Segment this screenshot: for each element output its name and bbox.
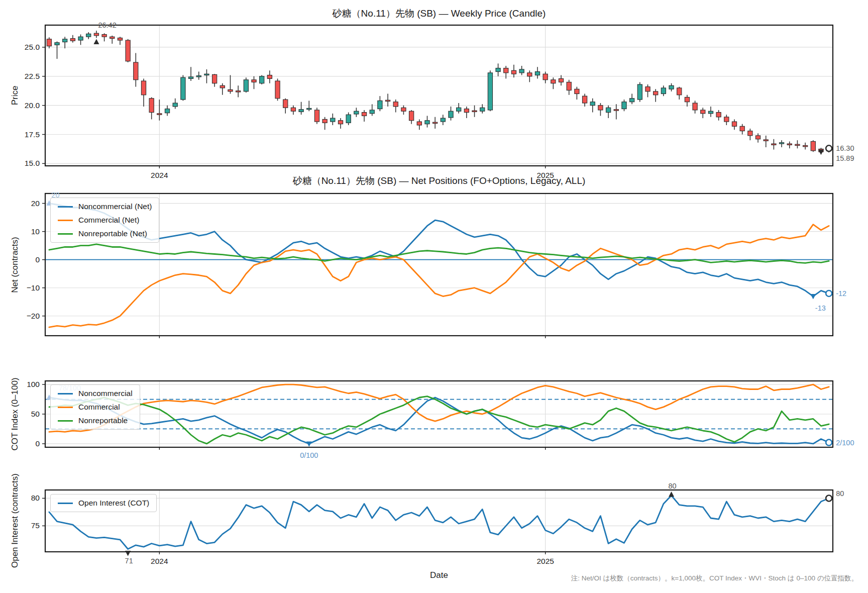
legend-label: Open Interest (COT): [78, 499, 149, 508]
svg-text:25.0: 25.0: [25, 43, 40, 51]
svg-text:0: 0: [35, 439, 40, 448]
legend-label: Noncommercial: [78, 389, 133, 398]
svg-text:2/100: 2/100: [836, 439, 854, 447]
price-chart-region: [45, 25, 833, 166]
legend-item: Noncommercial (Net): [58, 202, 152, 211]
legend-item: Noncommercial: [58, 389, 133, 398]
nonreportable-line-swatch: [58, 233, 73, 235]
svg-text:17.5: 17.5: [25, 130, 40, 139]
net-chart-legend: Noncommercial (Net) Commercial (Net) Non…: [50, 197, 159, 243]
svg-text:2024: 2024: [151, 557, 168, 565]
legend-item: Commercial: [58, 403, 133, 412]
noncommercial-line-swatch: [58, 206, 73, 208]
svg-text:2025: 2025: [536, 557, 554, 565]
legend-item: Nonreportable (Net): [58, 229, 152, 238]
svg-text:0/100: 0/100: [300, 451, 318, 459]
svg-text:15.0: 15.0: [25, 159, 40, 167]
svg-text:16.30: 16.30: [836, 144, 854, 152]
commercial-line-swatch: [58, 220, 73, 221]
open-interest-line-swatch: [58, 503, 73, 504]
svg-text:10: 10: [31, 227, 40, 236]
legend-label: Noncommercial (Net): [78, 202, 152, 211]
legend-label: Commercial: [78, 403, 120, 412]
svg-text:22.5: 22.5: [25, 72, 40, 80]
legend-item: Nonreportable: [58, 416, 133, 425]
legend-label: Nonreportable: [78, 416, 128, 425]
commercial-line-swatch: [58, 407, 73, 408]
legend-label: Nonreportable (Net): [78, 229, 147, 238]
svg-text:20: 20: [31, 199, 40, 208]
price-y-axis-label: Price: [10, 86, 20, 106]
legend-item: Commercial (Net): [58, 216, 152, 225]
svg-text:−20: −20: [27, 312, 40, 320]
svg-text:20.0: 20.0: [25, 101, 40, 110]
svg-text:80: 80: [836, 489, 844, 498]
svg-text:75: 75: [31, 521, 40, 530]
cot-chart-legend: Noncommercial Commercial Nonreportable: [50, 384, 140, 430]
open-interest-chart-region: [45, 490, 833, 552]
svg-text:15.89: 15.89: [836, 154, 854, 162]
price-chart-title: 砂糖（No.11）先物 (SB) — Weekly Price (Candle): [45, 7, 833, 20]
oi-chart-legend: Open Interest (COT): [50, 494, 157, 512]
footnote: 注: Net/OI は枚数（contracts）。k=1,000枚。COT In…: [571, 574, 858, 583]
figure: 2024202525.022.520.017.515.026.4216.3015…: [0, 0, 868, 593]
svg-text:0: 0: [35, 255, 40, 264]
nonreportable-line-swatch: [58, 420, 73, 422]
svg-text:80: 80: [668, 482, 676, 490]
oi-y-axis-label: Open Interest (contracts): [10, 473, 20, 568]
noncommercial-line-swatch: [58, 393, 73, 394]
cot-index-chart-region: [45, 381, 833, 447]
legend-item: Open Interest (COT): [58, 499, 149, 508]
svg-text:50: 50: [31, 410, 40, 418]
svg-text:100: 100: [27, 380, 40, 388]
net-positions-chart-region: [45, 193, 833, 336]
cot-y-axis-label: COT Index (0–100): [10, 377, 20, 450]
legend-label: Commercial (Net): [78, 216, 139, 225]
svg-text:80: 80: [31, 493, 40, 502]
svg-text:71: 71: [125, 557, 133, 565]
svg-text:−10: −10: [27, 283, 40, 292]
net-y-axis-label: Net (contracts): [10, 237, 20, 292]
svg-text:-12: -12: [836, 289, 846, 298]
net-chart-title: 砂糖（No.11）先物 (SB) — Net Positions (FO+Opt…: [45, 174, 833, 187]
